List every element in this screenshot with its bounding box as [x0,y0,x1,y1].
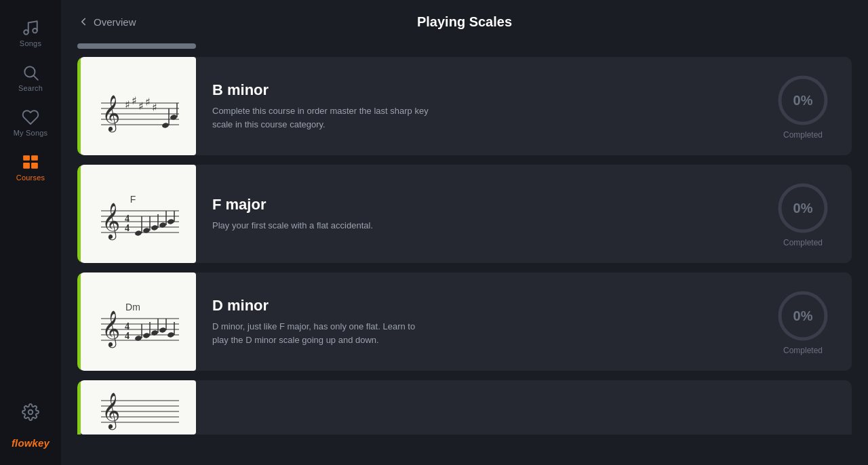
course-card-next[interactable]: 𝄞 [77,380,852,434]
songs-icon [22,19,39,37]
svg-line-3 [34,76,38,80]
svg-text:𝄞: 𝄞 [102,392,120,430]
svg-text:4: 4 [125,331,130,341]
sidebar-item-songs[interactable]: Songs [0,11,61,56]
svg-point-0 [24,30,28,35]
svg-point-42 [167,218,174,224]
sidebar-item-my-songs[interactable]: My Songs [0,100,61,145]
b-minor-progress: 0% Completed [770,73,852,140]
f-major-info: F major Play your first scale with a fla… [196,182,770,246]
courses-scroll-area[interactable]: 𝄞 ♯ ♯ ♯ ♯ ♯ B minor Complete this course… [61,43,868,465]
f-major-thumbnail: F 𝄞 4 4 [81,165,196,263]
sidebar-item-search[interactable]: Search [0,56,61,100]
sidebar: Songs Search My Songs Courses f [0,0,61,465]
b-minor-title: B minor [212,81,754,99]
d-minor-desc: D minor, just like F major, has only one… [212,320,429,346]
svg-text:♯: ♯ [132,95,137,106]
course-card-d-minor[interactable]: Dm 𝄞 4 4 [77,272,852,371]
sidebar-item-courses[interactable]: Courses [0,145,61,190]
songs-label: Songs [20,39,41,47]
svg-text:Dm: Dm [125,302,140,312]
f-major-progress: 0% Completed [770,181,852,247]
svg-point-20 [161,122,169,128]
brand-logo: flowkey [12,429,50,454]
svg-point-34 [134,230,142,236]
svg-point-38 [151,224,158,230]
f-major-progress-circle: 0% [776,181,830,235]
f-major-staff-svg: F 𝄞 4 4 [91,177,186,251]
sidebar-item-settings[interactable] [0,395,61,429]
d-minor-staff-svg: Dm 𝄞 4 4 [91,285,186,359]
d-minor-info: D minor D minor, just like F major, has … [196,283,770,360]
svg-text:F: F [130,194,136,205]
d-minor-progress-circle: 0% [776,289,830,343]
b-minor-progress-circle: 0% [776,73,830,127]
svg-text:♯: ♯ [138,100,144,112]
svg-text:𝄞: 𝄞 [102,203,120,241]
svg-rect-6 [23,163,30,169]
courses-label: Courses [16,174,45,182]
svg-point-56 [142,332,150,338]
svg-text:4: 4 [125,321,130,331]
f-major-progress-label: Completed [783,238,823,247]
search-icon [22,64,39,81]
f-major-desc: Play your first scale with a flat accide… [212,219,429,232]
page-title: Playing Scales [417,14,512,30]
d-minor-progress-text: 0% [793,309,813,323]
svg-text:♯: ♯ [152,102,157,113]
back-arrow-icon [77,16,90,28]
course-card-f-major[interactable]: F 𝄞 4 4 [77,165,852,263]
back-button[interactable]: Overview [77,16,136,28]
f-major-progress-text: 0% [793,201,813,215]
d-minor-progress: 0% Completed [770,289,852,355]
sidebar-bottom: flowkey [0,395,61,454]
my-songs-label: My Songs [14,129,48,137]
svg-point-1 [33,28,37,33]
courses-icon [22,153,39,171]
svg-rect-5 [31,155,38,161]
svg-text:𝄞: 𝄞 [102,310,120,348]
course-card-b-minor[interactable]: 𝄞 ♯ ♯ ♯ ♯ ♯ B minor Complete this course… [77,57,852,155]
d-minor-title: D minor [212,297,754,315]
f-major-title: F major [212,196,754,214]
d-minor-progress-label: Completed [783,346,823,355]
search-label: Search [18,84,43,92]
b-minor-desc: Complete this course in order master the… [212,104,429,131]
next-staff-svg: 𝄞 [91,380,186,434]
svg-text:♯: ♯ [145,96,151,108]
b-minor-progress-text: 0% [793,94,813,107]
svg-point-60 [159,327,166,333]
svg-text:♯: ♯ [125,99,130,110]
back-label: Overview [94,16,136,28]
svg-text:4: 4 [125,214,130,224]
svg-text:4: 4 [125,223,130,233]
next-thumbnail: 𝄞 [81,380,196,434]
header: Overview Playing Scales [61,0,868,43]
svg-rect-4 [23,155,30,161]
d-minor-thumbnail: Dm 𝄞 4 4 [81,272,196,371]
settings-icon [22,403,39,421]
b-minor-staff-svg: 𝄞 ♯ ♯ ♯ ♯ ♯ [91,69,186,144]
svg-point-62 [167,331,174,338]
b-minor-info: B minor Complete this course in order ma… [196,68,770,144]
main-content: Overview Playing Scales 𝄞 ♯ [61,0,868,465]
svg-rect-7 [31,163,38,169]
top-progress-bar [77,43,196,49]
b-minor-thumbnail: 𝄞 ♯ ♯ ♯ ♯ ♯ [81,57,196,155]
svg-text:𝄞: 𝄞 [102,95,120,133]
heart-icon [22,108,39,126]
svg-point-8 [28,410,33,415]
b-minor-progress-label: Completed [783,130,823,140]
